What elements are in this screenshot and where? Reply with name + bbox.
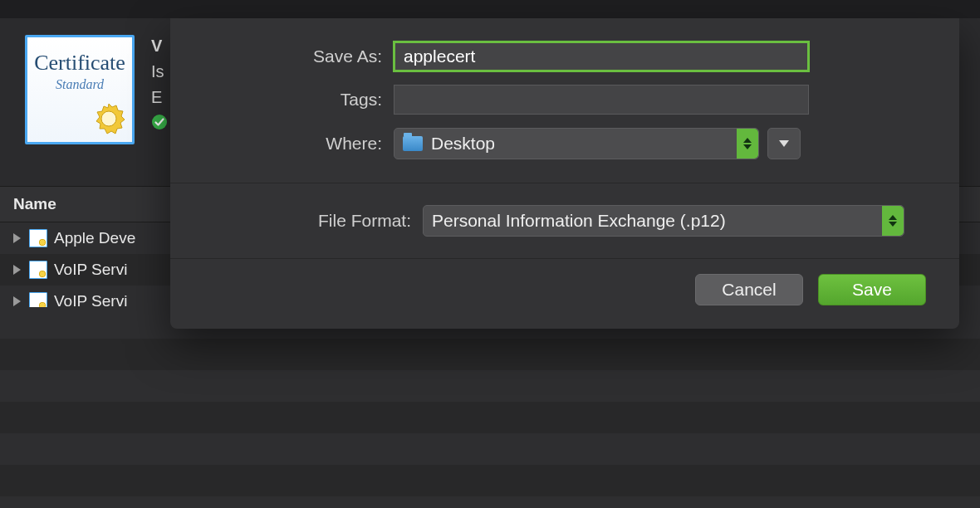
row-label: VoIP Servi xyxy=(54,261,127,279)
disclosure-triangle-icon[interactable] xyxy=(13,265,21,275)
certificate-text-preview: V Is E xyxy=(151,35,168,134)
file-format-popup[interactable]: Personal Information Exchange (.p12) xyxy=(423,205,904,237)
folder-icon xyxy=(403,136,423,151)
certificate-icon-line2: Standard xyxy=(56,77,104,92)
certificate-icon-line1: Certificate xyxy=(34,52,125,74)
file-format-value: Personal Information Exchange (.p12) xyxy=(432,211,726,231)
cert-expiry-fragment: E xyxy=(151,88,168,107)
tags-input[interactable] xyxy=(394,85,809,115)
svg-point-1 xyxy=(101,111,116,126)
row-label: Apple Deve xyxy=(54,229,135,247)
save-button[interactable]: Save xyxy=(818,274,926,305)
save-as-input[interactable] xyxy=(394,42,809,71)
save-button-label: Save xyxy=(852,280,892,300)
tags-label: Tags: xyxy=(203,90,382,110)
where-value: Desktop xyxy=(431,134,495,154)
disclosure-triangle-icon[interactable] xyxy=(13,296,21,306)
certificate-mini-icon xyxy=(29,261,47,279)
popup-arrows-icon xyxy=(882,206,904,236)
svg-point-2 xyxy=(152,115,167,129)
valid-check-icon xyxy=(151,114,168,134)
certificate-mini-icon xyxy=(29,229,47,247)
save-as-label: Save As: xyxy=(203,46,382,66)
where-label: Where: xyxy=(203,134,382,154)
table-empty-stripes xyxy=(0,307,980,508)
cert-title-fragment: V xyxy=(151,37,168,56)
file-format-label: File Format: xyxy=(203,211,411,231)
chevron-down-icon xyxy=(779,140,789,147)
save-dialog: Save As: Tags: Where: Desktop xyxy=(170,18,959,329)
window-titlebar xyxy=(0,0,980,18)
certificate-icon: Certificate Standard xyxy=(25,35,135,144)
popup-arrows-icon xyxy=(737,129,758,159)
seal-icon xyxy=(92,102,125,135)
cancel-button[interactable]: Cancel xyxy=(695,274,803,305)
where-popup[interactable]: Desktop xyxy=(394,128,759,159)
expand-dialog-button[interactable] xyxy=(767,128,801,159)
cancel-button-label: Cancel xyxy=(722,280,776,300)
cert-issuer-fragment: Is xyxy=(151,62,168,81)
disclosure-triangle-icon[interactable] xyxy=(13,233,21,243)
